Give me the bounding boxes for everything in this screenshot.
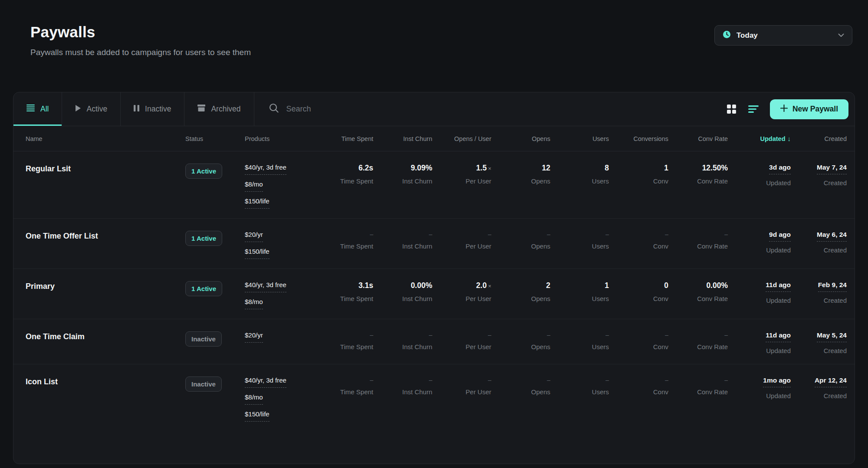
metric-opens-per-user: 1.5×Per User: [432, 164, 491, 209]
header-created[interactable]: Created: [791, 135, 847, 142]
metric-label: Updated: [728, 347, 791, 354]
tab-inactive[interactable]: Inactive: [121, 92, 184, 126]
tab-archived[interactable]: Archived: [184, 92, 254, 126]
status-cell: Inactive: [185, 331, 245, 354]
updated-value[interactable]: 1mo ago: [763, 376, 791, 387]
tab-label: All: [40, 105, 49, 114]
metric-label: Conv Rate: [668, 177, 728, 185]
updated-value[interactable]: 3d ago: [769, 164, 791, 174]
product-item[interactable]: $8/mo: [245, 298, 263, 309]
metric-label: Created: [791, 392, 847, 399]
header-conv-rate[interactable]: Conv Rate: [668, 135, 728, 142]
table-row[interactable]: One Time Offer List1 Active$20/yr$150/li…: [13, 219, 855, 269]
updated-value[interactable]: 11d ago: [766, 281, 791, 292]
table-body: Regular Lsit1 Active$40/yr, 3d free$8/mo…: [13, 151, 855, 431]
status-badge: Inactive: [185, 331, 222, 347]
status-badge: 1 Active: [185, 281, 222, 296]
products-cell: $20/yr$150/life: [245, 231, 310, 259]
updated-cell: 3d agoUpdated: [728, 164, 791, 209]
header-opens[interactable]: Opens: [491, 135, 550, 142]
metric-conversions: –Conv: [609, 331, 668, 354]
metric-value: –: [373, 331, 432, 338]
metric-value: –: [491, 376, 550, 383]
product-item[interactable]: $8/mo: [245, 180, 263, 192]
header-opens-per-user[interactable]: Opens / User: [432, 135, 491, 142]
header-time-spent[interactable]: Time Spent: [310, 135, 373, 142]
metric-opens-per-user: 2.0×Per User: [432, 281, 491, 309]
header-users[interactable]: Users: [550, 135, 609, 142]
metric-label: Opens: [491, 242, 550, 250]
updated-cell: 9d agoUpdated: [728, 231, 791, 259]
created-value[interactable]: May 7, 24: [817, 164, 847, 174]
metric-value: 6.2s: [310, 164, 373, 173]
created-value[interactable]: May 6, 24: [817, 231, 847, 242]
header-products[interactable]: Products: [245, 135, 310, 142]
metric-opens: –Opens: [491, 331, 550, 354]
row-name[interactable]: Icon List: [26, 376, 185, 422]
multiplier-suffix: ×: [488, 283, 491, 289]
table-row[interactable]: Primary1 Active$40/yr, 3d free$8/mo3.1sT…: [13, 269, 855, 319]
metric-time-spent: 6.2sTime Spent: [310, 164, 373, 209]
product-item[interactable]: $40/yr, 3d free: [245, 164, 286, 175]
metric-value: 0.00%: [668, 281, 728, 290]
metric-label: Per User: [432, 295, 491, 302]
metric-label: Conv: [609, 242, 668, 250]
metric-inst-churn: –Inst Churn: [373, 331, 432, 354]
tab-active[interactable]: Active: [62, 92, 121, 126]
created-cell: Feb 9, 24Created: [791, 281, 847, 309]
product-item[interactable]: $20/yr: [245, 331, 263, 343]
metric-label: Conv Rate: [668, 343, 728, 350]
created-value[interactable]: Apr 12, 24: [815, 376, 847, 387]
updated-value[interactable]: 11d ago: [766, 331, 791, 342]
search-input[interactable]: [286, 105, 710, 114]
row-name[interactable]: One Time Offer List: [26, 231, 185, 259]
product-item[interactable]: $40/yr, 3d free: [245, 376, 286, 388]
period-selector[interactable]: Today: [714, 25, 852, 46]
row-name[interactable]: Primary: [26, 281, 185, 309]
metric-label: Conv Rate: [668, 242, 728, 250]
header-conversions[interactable]: Conversions: [609, 135, 668, 142]
new-paywall-button[interactable]: New Paywall: [770, 99, 848, 119]
product-item[interactable]: $20/yr: [245, 231, 263, 242]
metric-conv-rate: 0.00%Conv Rate: [668, 281, 728, 309]
metric-label: Conv Rate: [668, 295, 728, 302]
product-item[interactable]: $8/mo: [245, 393, 263, 405]
metric-users: 1Users: [550, 281, 609, 309]
table-row[interactable]: One Time ClaimInactive$20/yr–Time Spent–…: [13, 319, 855, 364]
table-row[interactable]: Regular Lsit1 Active$40/yr, 3d free$8/mo…: [13, 151, 855, 219]
metric-value: –: [373, 231, 432, 238]
metric-value: 2: [491, 281, 550, 290]
header-updated[interactable]: Updated↓: [728, 135, 791, 142]
created-value[interactable]: May 5, 24: [817, 331, 847, 342]
updated-cell: 11d agoUpdated: [728, 281, 791, 309]
product-item[interactable]: $150/life: [245, 248, 270, 259]
product-item[interactable]: $150/life: [245, 197, 270, 209]
product-item[interactable]: $150/life: [245, 410, 270, 422]
metric-value: –: [550, 376, 609, 383]
header-status[interactable]: Status: [185, 135, 245, 142]
metric-label: Per User: [432, 343, 491, 350]
metric-label: Opens: [491, 343, 550, 350]
tab-all[interactable]: All: [13, 92, 62, 126]
header-name[interactable]: Name: [26, 135, 185, 142]
updated-cell: 1mo agoUpdated: [728, 376, 791, 422]
created-value[interactable]: Feb 9, 24: [818, 281, 847, 292]
metric-value: 1.5×: [432, 164, 491, 173]
grid-view-icon[interactable]: [727, 105, 736, 114]
row-name[interactable]: One Time Claim: [26, 331, 185, 354]
metric-label: Inst Churn: [373, 295, 432, 302]
metric-conv-rate: 12.50%Conv Rate: [668, 164, 728, 209]
updated-value[interactable]: 9d ago: [769, 231, 791, 242]
table-row[interactable]: Icon ListInactive$40/yr, 3d free$8/mo$15…: [13, 364, 855, 431]
metric-value: –: [668, 231, 728, 238]
products-cell: $20/yr: [245, 331, 310, 354]
list-view-icon[interactable]: [748, 105, 759, 113]
product-item[interactable]: $40/yr, 3d free: [245, 281, 286, 292]
header-inst-churn[interactable]: Inst Churn: [373, 135, 432, 142]
row-name[interactable]: Regular Lsit: [26, 164, 185, 209]
metric-value: –: [609, 231, 668, 238]
plus-icon: [780, 105, 788, 114]
metric-inst-churn: –Inst Churn: [373, 376, 432, 422]
metric-label: Inst Churn: [373, 177, 432, 185]
metric-label: Users: [550, 295, 609, 302]
